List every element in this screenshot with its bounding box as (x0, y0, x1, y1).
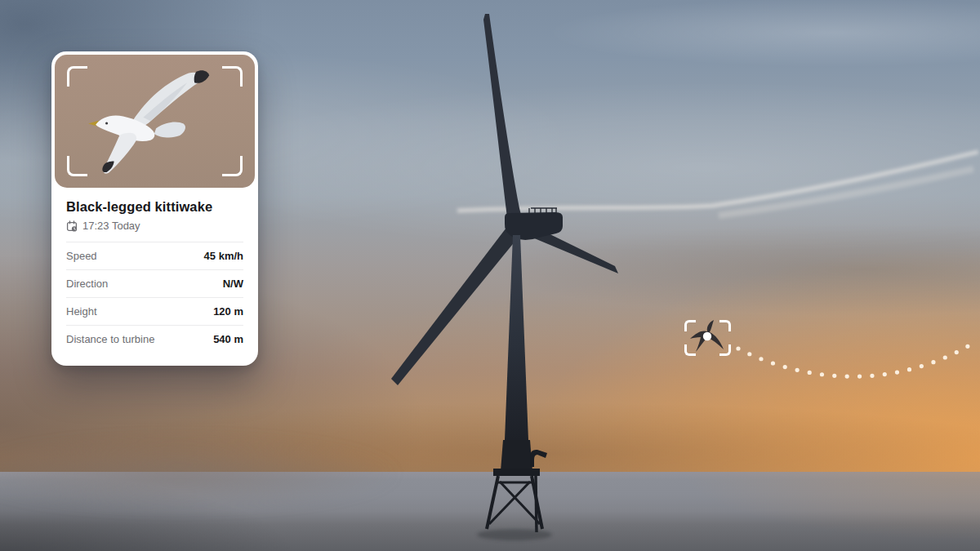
species-name: Black-legged kittiwake (66, 199, 243, 215)
reticle-corner-icon (684, 320, 696, 331)
focus-frame-icon (222, 66, 243, 87)
stat-value: 45 km/h (204, 250, 243, 262)
stat-row-speed: Speed 45 km/h (66, 242, 243, 269)
contrail (457, 152, 978, 216)
reticle-corner-icon (719, 320, 731, 331)
detection-time-row: 17:23 Today (66, 220, 243, 232)
wind-turbine-silhouette (391, 14, 618, 540)
focus-frame-icon (67, 156, 87, 176)
flight-path-dotted-trail (738, 340, 978, 376)
reticle-corner-icon (719, 344, 731, 356)
detected-bird-photo (55, 55, 255, 188)
stat-label: Distance to turbine (66, 333, 154, 345)
stat-value: 120 m (213, 305, 243, 318)
focus-frame-icon (67, 66, 87, 87)
calendar-clock-icon (66, 220, 78, 232)
focus-frame-icon (222, 156, 243, 176)
bird-monitoring-screen: Black-legged kittiwake 17:23 Today Speed… (0, 0, 980, 551)
stat-row-height: Height 120 m (66, 297, 243, 325)
detection-timestamp: 17:23 Today (82, 220, 140, 232)
stat-value: 540 m (213, 333, 243, 345)
stat-label: Direction (66, 278, 108, 290)
tracking-reticle-icon[interactable] (684, 320, 731, 356)
stat-value: N/W (223, 278, 243, 290)
detection-stats: Speed 45 km/h Direction N/W Height 120 m… (66, 242, 243, 353)
stat-row-distance: Distance to turbine 540 m (66, 325, 243, 353)
stat-label: Height (66, 305, 97, 318)
stat-row-direction: Direction N/W (66, 269, 243, 297)
stat-label: Speed (66, 250, 97, 262)
reticle-corner-icon (684, 344, 696, 356)
detection-card[interactable]: Black-legged kittiwake 17:23 Today Speed… (51, 51, 258, 366)
